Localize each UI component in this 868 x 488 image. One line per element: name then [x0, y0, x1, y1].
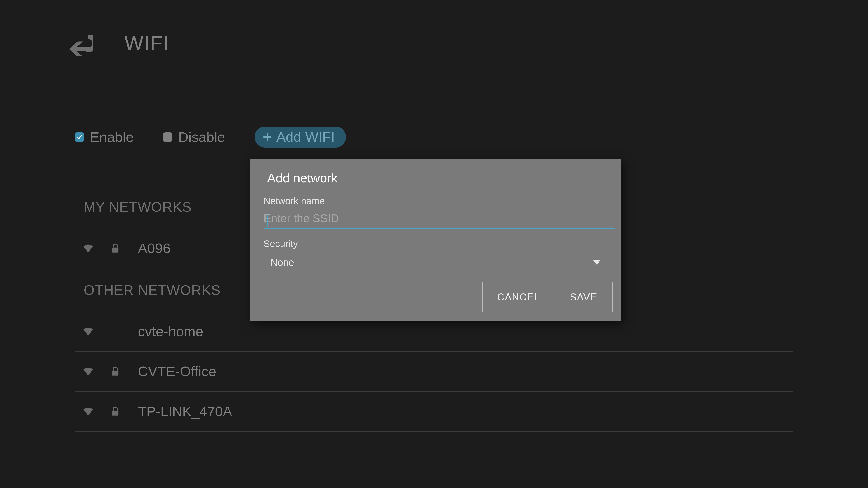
ssid-input[interactable] [264, 212, 615, 229]
dialog-title: Add network [250, 159, 621, 185]
save-button[interactable]: SAVE [555, 282, 613, 313]
network-name-label: Network name [264, 196, 607, 206]
cancel-button[interactable]: CANCEL [482, 282, 555, 313]
security-label: Security [264, 238, 607, 249]
dropdown-caret-icon [593, 260, 600, 265]
security-value: None [270, 257, 294, 268]
security-select[interactable]: None [264, 249, 607, 270]
add-network-dialog: Add network Network name Security None C… [250, 159, 621, 321]
text-cursor [267, 215, 268, 227]
